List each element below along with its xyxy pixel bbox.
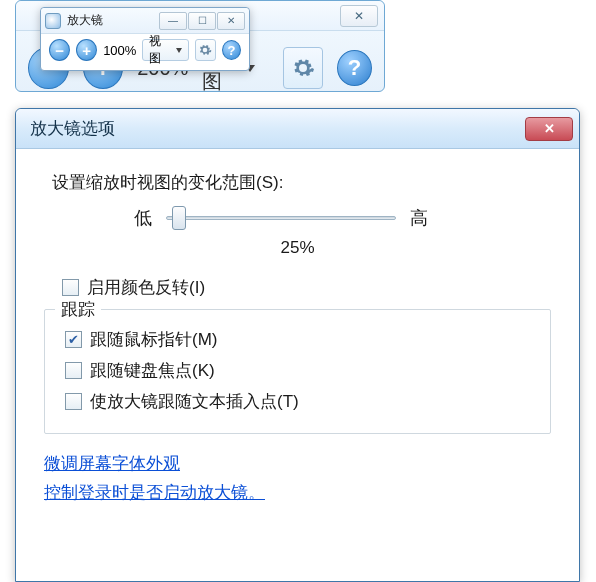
mini-settings-button[interactable]: [195, 39, 216, 61]
startup-control-link[interactable]: 控制登录时是否启动放大镜。: [44, 483, 265, 502]
tracking-legend: 跟踪: [55, 298, 101, 321]
slider-rail: [166, 216, 396, 220]
font-tuning-link[interactable]: 微调屏幕字体外观: [44, 454, 180, 473]
chevron-down-icon: [176, 48, 182, 53]
follow-text-insert-row[interactable]: 使放大镜跟随文本插入点(T): [65, 390, 536, 413]
zoom-range-slider-row: 低 高: [134, 206, 551, 230]
mini-view-label: 视图: [149, 33, 171, 67]
follow-keyboard-row[interactable]: 跟随键盘焦点(K): [65, 359, 536, 382]
slider-low-label: 低: [134, 206, 152, 230]
color-inversion-label: 启用颜色反转(I): [87, 276, 205, 299]
follow-text-insert-label: 使放大镜跟随文本插入点(T): [90, 390, 299, 413]
follow-mouse-row[interactable]: 跟随鼠标指针(M): [65, 328, 536, 351]
dialog-close-button[interactable]: ✕: [525, 117, 573, 141]
font-tuning-link-row: 微调屏幕字体外观: [44, 452, 551, 475]
mini-help-button[interactable]: ?: [222, 40, 241, 60]
magnifier-mini-window: 放大镜 — ☐ ✕ − + 100% 视图 ?: [40, 7, 250, 71]
dialog-body: 设置缩放时视图的变化范围(S): 低 高 25% 启用颜色反转(I) 跟踪 跟随…: [16, 149, 579, 524]
bg-close-button[interactable]: ✕: [340, 5, 378, 27]
dialog-title: 放大镜选项: [30, 117, 525, 140]
follow-keyboard-label: 跟随键盘焦点(K): [90, 359, 215, 382]
zoom-range-slider[interactable]: [166, 206, 396, 230]
mini-close-button[interactable]: ✕: [217, 12, 245, 30]
magnifier-app-icon: [45, 13, 61, 29]
bg-settings-button[interactable]: [283, 47, 324, 89]
color-inversion-row[interactable]: 启用颜色反转(I): [62, 276, 551, 299]
magnifier-options-dialog: 放大镜选项 ✕ 设置缩放时视图的变化范围(S): 低 高 25% 启用颜色反转(…: [15, 108, 580, 582]
bg-help-button[interactable]: ?: [337, 50, 372, 86]
follow-mouse-checkbox[interactable]: [65, 331, 82, 348]
mini-zoom-out-button[interactable]: −: [49, 39, 70, 61]
mini-zoom-level: 100%: [103, 43, 136, 58]
slider-high-label: 高: [410, 206, 428, 230]
gear-icon: [198, 43, 212, 57]
gear-icon: [291, 56, 315, 80]
mini-maximize-button[interactable]: ☐: [188, 12, 216, 30]
mini-window-body: − + 100% 视图 ?: [41, 34, 249, 66]
mini-view-dropdown[interactable]: 视图: [142, 39, 188, 61]
startup-control-link-row: 控制登录时是否启动放大镜。: [44, 481, 551, 504]
slider-value-label: 25%: [44, 238, 551, 258]
dialog-titlebar[interactable]: 放大镜选项 ✕: [16, 109, 579, 149]
follow-keyboard-checkbox[interactable]: [65, 362, 82, 379]
follow-mouse-label: 跟随鼠标指针(M): [90, 328, 217, 351]
color-inversion-checkbox[interactable]: [62, 279, 79, 296]
follow-text-insert-checkbox[interactable]: [65, 393, 82, 410]
tracking-fieldset: 跟踪 跟随鼠标指针(M) 跟随键盘焦点(K) 使放大镜跟随文本插入点(T): [44, 309, 551, 434]
slider-thumb[interactable]: [172, 206, 186, 230]
mini-window-titlebar[interactable]: 放大镜 — ☐ ✕: [41, 8, 249, 34]
mini-window-title: 放大镜: [67, 12, 158, 29]
zoom-range-heading: 设置缩放时视图的变化范围(S):: [52, 171, 551, 194]
mini-zoom-in-button[interactable]: +: [76, 39, 97, 61]
mini-minimize-button[interactable]: —: [159, 12, 187, 30]
